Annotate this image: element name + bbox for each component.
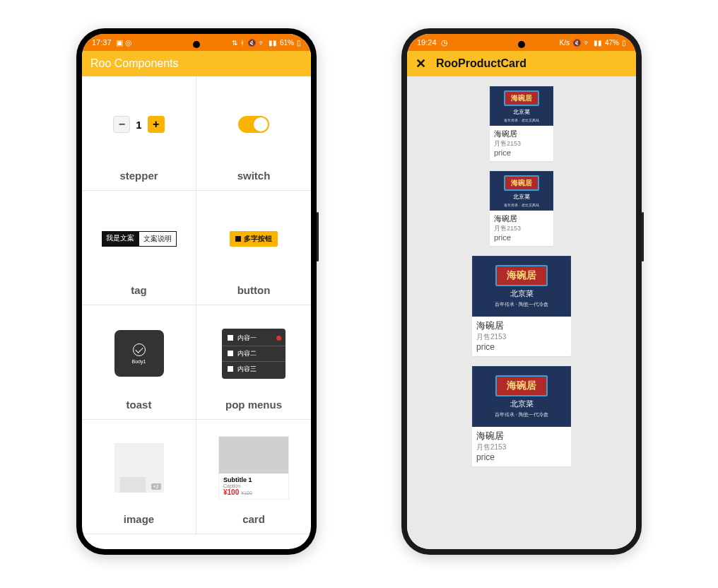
cell-label: button [237,284,271,296]
cell-card[interactable]: Subtitle 1 Caption ¥100¥100 card [196,420,311,534]
toast: Body1 [114,330,164,377]
cell-label: card [242,513,265,525]
product-cuisine: 北京菜 [513,193,530,201]
status-wifi-icon: ᯤ [584,39,591,47]
component-grid: − 1 + stepper switch 我是文案 文案说明 [82,76,311,549]
tag-dark: 我是文案 [102,231,139,247]
product-logo: 海碗居 [504,90,539,106]
product-logo: 海碗居 [495,265,548,286]
check-icon [133,343,146,356]
product-card[interactable]: 海碗居北京菜百年传承 · 陶瓷一代冷盘海碗居月售2153price [472,366,571,466]
close-button[interactable]: ✕ [416,56,426,71]
product-image: 海碗居北京菜百年传承 · 老北京风味 [490,86,553,126]
product-name: 海碗居 [494,213,549,224]
stepper-minus-button[interactable]: − [113,116,130,133]
stepper-value: 1 [136,119,141,131]
app-bar: ✕ RooProductCard [407,51,636,76]
stepper-plus-button[interactable]: + [148,116,165,133]
tag-light: 文案说明 [139,231,177,247]
cell-image[interactable]: +2 image [82,420,196,534]
status-clock-icon: ◷ [441,38,448,47]
phone-left-screen: 17:37 ▣ ◎ ⇅ ᚼ 🔇 ᯤ ▮▮ 61% ▯ Roo Component… [82,34,311,549]
product-tagline: 百年传承 · 老北京风味 [504,203,538,207]
product-sales: 月售2153 [476,442,567,452]
phone-right-frame: 19:24 ◷ K/s 🔇 ᯤ ▮▮ 47% ▯ ✕ RooProductCar… [401,28,642,555]
status-app-icons: ▣ ◎ [116,38,132,47]
product-image: 海碗居北京菜百年传承 · 陶瓷一代冷盘 [472,366,571,427]
notification-dot-icon [276,336,281,341]
product-price: price [476,452,567,462]
card-subtitle: Subtitle 1 [223,476,284,483]
product-name: 海碗居 [476,430,567,442]
tag-group: 我是文案 文案说明 [102,231,177,247]
status-mute-icon: 🔇 [247,39,256,47]
app-title: Roo Components [90,57,179,70]
cell-switch[interactable]: switch [196,76,311,191]
product-list[interactable]: 海碗居北京菜百年传承 · 老北京风味海碗居月售2153price海碗居北京菜百年… [407,76,636,549]
camera-hole [518,41,525,48]
pop-menu-item[interactable]: 内容二 [222,346,286,362]
button-text: 多字按钮 [244,234,272,244]
product-cuisine: 北京菜 [513,108,530,116]
product-card[interactable]: 海碗居北京菜百年传承 · 老北京风味海碗居月售2153price [490,171,553,246]
product-card[interactable]: 海碗居北京菜百年传承 · 老北京风味海碗居月售2153price [490,86,553,161]
status-mute-icon: 🔇 [572,39,581,47]
product-sales: 月售2153 [494,139,549,148]
stepper: − 1 + [113,116,164,133]
cell-label: switch [237,170,271,182]
status-signal-icon: ▮▮ [594,39,602,47]
product-tagline: 百年传承 · 陶瓷一代冷盘 [495,411,548,418]
status-signal-icon: ▮▮ [269,39,277,47]
camera-hole [193,41,200,48]
sample-card[interactable]: Subtitle 1 Caption ¥100¥100 [218,436,289,500]
status-battery-icon: ▯ [622,39,626,47]
phone-left-frame: 17:37 ▣ ◎ ⇅ ᚼ 🔇 ᯤ ▮▮ 61% ▯ Roo Component… [76,28,317,555]
product-logo: 海碗居 [495,375,548,396]
cell-toast[interactable]: Body1 toast [82,305,196,420]
status-time: 17:37 [92,38,112,47]
product-sales: 月售2153 [494,224,549,233]
cell-button[interactable]: 多字按钮 button [196,191,311,305]
product-cuisine: 北京菜 [510,399,534,409]
pop-menu: 内容一 内容二 内容三 [222,329,286,379]
image-count-badge: +2 [151,483,161,490]
status-net: K/s [560,39,570,47]
status-battery-icon: ▯ [297,39,301,47]
product-image: 海碗居北京菜百年传承 · 老北京风味 [490,171,553,211]
pop-menu-item[interactable]: 内容三 [222,362,286,377]
product-price: price [476,342,567,352]
phone-right-screen: 19:24 ◷ K/s 🔇 ᯤ ▮▮ 47% ▯ ✕ RooProductCar… [407,34,636,549]
status-wifi-icon: ᯤ [259,39,266,47]
cell-label: image [124,513,154,525]
product-price: price [494,233,549,242]
product-tagline: 百年传承 · 陶瓷一代冷盘 [495,301,548,308]
product-sales: 月售2153 [476,332,567,342]
sample-button[interactable]: 多字按钮 [230,231,278,247]
cell-tag[interactable]: 我是文案 文案说明 tag [82,191,196,305]
cell-label: toast [126,399,152,411]
product-card[interactable]: 海碗居北京菜百年传承 · 陶瓷一代冷盘海碗居月售2153price [472,256,571,356]
cell-label: stepper [119,170,158,182]
switch-toggle[interactable] [238,116,269,133]
product-tagline: 百年传承 · 老北京风味 [504,118,538,122]
app-title: RooProductCard [436,57,526,70]
status-battery: 61% [280,39,294,47]
product-price: price [494,148,549,157]
status-time: 19:24 [417,38,437,47]
product-logo: 海碗居 [504,175,539,191]
cell-label: tag [131,284,147,296]
card-caption: Caption [223,483,284,488]
app-bar: Roo Components [82,51,311,76]
card-price: ¥100¥100 [223,488,284,496]
product-image: 海碗居北京菜百年传承 · 陶瓷一代冷盘 [472,256,571,317]
product-name: 海碗居 [476,319,567,332]
status-net-icon: ⇅ [232,39,237,47]
card-thumb [219,437,288,474]
pop-menu-item[interactable]: 内容一 [222,331,286,346]
cell-label: pop menus [225,399,282,411]
status-battery: 47% [605,39,619,47]
cell-stepper[interactable]: − 1 + stepper [82,76,196,191]
product-cuisine: 北京菜 [510,288,534,299]
cell-popmenus[interactable]: 内容一 内容二 内容三 pop menus [196,305,311,420]
toast-body: Body1 [132,359,146,364]
